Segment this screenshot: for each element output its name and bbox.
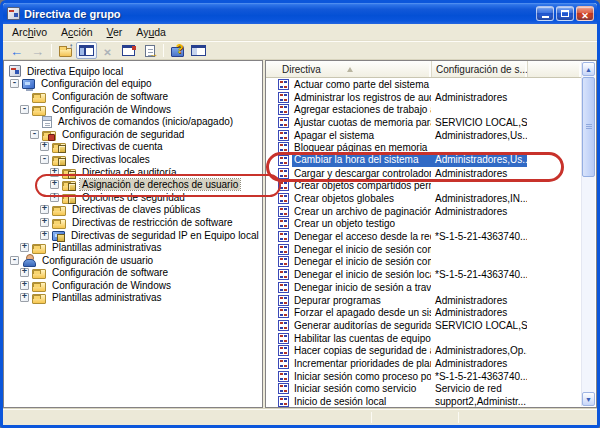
list-row-denegar-el-acceso-desde-la-red-a[interactable]: Denegar el acceso desde la red a ... *S-…	[267, 230, 581, 243]
tree-item-archivos-de-comandos-inicio-apagado[interactable]: Archivos de comandos (inicio/apagado)	[4, 115, 262, 128]
minimize-button[interactable]	[536, 6, 554, 21]
tree-item-directivas-de-claves-p-blicas[interactable]: + Directivas de claves públicas	[4, 204, 262, 217]
list-row-depurar-programas[interactable]: Depurar programas Administradores	[267, 294, 581, 307]
tree-expand-toggle[interactable]: +	[50, 180, 59, 189]
tree-expand-toggle[interactable]: -	[20, 105, 29, 114]
tree-item-label: Directivas de cuenta	[70, 141, 165, 152]
column-header-configuracion[interactable]: Configuración de s...	[432, 61, 528, 77]
tree-expand-toggle[interactable]: +	[40, 218, 49, 227]
policy-icon	[278, 371, 289, 382]
tree-item-configuraci-n-de-software[interactable]: Configuración de software	[4, 90, 262, 103]
tree-expand-toggle[interactable]: +	[40, 205, 49, 214]
show-hide-console-tree-button[interactable]	[76, 42, 97, 59]
column-header-directiva[interactable]: Directiva	[266, 61, 432, 77]
policy-name: Denegar el inicio de sesión como t...	[292, 256, 431, 267]
list-row-crear-un-objeto-testigo[interactable]: Crear un objeto testigo	[267, 218, 581, 231]
back-button[interactable]	[6, 42, 27, 59]
policy-icon	[278, 104, 289, 115]
list-row-crear-objetos-compartidos-perma[interactable]: Crear objetos compartidos perma...	[267, 180, 581, 193]
close-button[interactable]	[576, 6, 594, 21]
scroll-up-button[interactable]: ▲	[582, 62, 595, 76]
list-row-denegar-inicio-de-sesi-n-a-trav-s[interactable]: Denegar inicio de sesión a través ...	[267, 281, 581, 294]
folder-icon	[32, 93, 46, 103]
policy-name: Agregar estaciones de trabajo al ...	[292, 104, 431, 115]
tree-expand-toggle[interactable]: +	[50, 168, 59, 177]
list-row-agregar-estaciones-de-trabajo-al[interactable]: Agregar estaciones de trabajo al ...	[267, 103, 581, 116]
menu-item-accin[interactable]: Acción	[54, 25, 100, 39]
policy-list-pane[interactable]: Directiva Configuración de s... Actuar c…	[265, 60, 597, 408]
list-row-ajustar-cuotas-de-memoria-para-u[interactable]: Ajustar cuotas de memoria para u... SERV…	[267, 116, 581, 129]
list-row-cargar-y-descargar-controladores[interactable]: Cargar y descargar controladores... Admi…	[267, 167, 581, 180]
tree-item-plantillas-administrativas[interactable]: + Plantillas administrativas	[4, 241, 262, 254]
up-one-level-button[interactable]	[55, 42, 76, 59]
tree-expand-toggle[interactable]: +	[20, 243, 29, 252]
policy-setting: Administradores	[431, 295, 527, 306]
policy-name: Denegar el acceso desde la red a ...	[292, 231, 431, 242]
tree-item-directivas-de-seguridad-ip-en-equipo-local[interactable]: + Directivas de seguridad IP en Equipo l…	[4, 229, 262, 242]
maximize-button[interactable]	[556, 6, 574, 21]
menu-item-ver[interactable]: Ver	[100, 25, 130, 39]
list-row-habilitar-las-cuentas-de-equipo-y-d[interactable]: Habilitar las cuentas de equipo y d...	[267, 332, 581, 345]
list-row-generar-auditor-as-de-seguridad[interactable]: Generar auditorías de seguridad SERVICIO…	[267, 319, 581, 332]
tree-item-label: Configuración de software	[50, 267, 170, 278]
tree-item-directivas-locales[interactable]: - Directivas locales	[4, 153, 262, 166]
context-help-button[interactable]	[188, 42, 209, 59]
tree-item-directiva-equipo-local[interactable]: Directiva Equipo local	[4, 65, 262, 78]
list-row-incrementar-prioridades-de-planifi[interactable]: Incrementar prioridades de planifi... Ad…	[267, 357, 581, 370]
list-row-hacer-copias-de-seguridad-de-arc[interactable]: Hacer copias de seguridad de arc... Admi…	[267, 344, 581, 357]
list-row-forzar-el-apagado-desde-un-siste[interactable]: Forzar el apagado desde un siste... Admi…	[267, 306, 581, 319]
list-row-denegar-el-inicio-de-sesi-n-localme[interactable]: Denegar el inicio de sesión localme... *…	[267, 268, 581, 281]
policy-setting: *S-1-5-21-4363740...	[431, 231, 527, 242]
tree-expand-toggle[interactable]: -	[10, 79, 19, 88]
tree-item-plantillas-administrativas[interactable]: + Plantillas administrativas	[4, 292, 262, 305]
list-row-crear-objetos-globales[interactable]: Crear objetos globales Administradores,I…	[267, 192, 581, 205]
menu-item-archivo[interactable]: Archivo	[5, 25, 54, 39]
titlebar[interactable]: Directiva de grupo	[3, 3, 597, 24]
list-row-crear-un-archivo-de-paginaci-n[interactable]: Crear un archivo de paginación Administr…	[267, 205, 581, 218]
list-row-inicio-de-sesi-n-local[interactable]: Inicio de sesión local support2,Administ…	[267, 395, 581, 407]
tree-item-label: Directiva de auditoría	[80, 167, 179, 178]
tree-item-configuraci-n-del-equipo[interactable]: - Configuración del equipo	[4, 78, 262, 91]
tree-item-configuraci-n-de-windows[interactable]: + Configuración de Windows	[4, 279, 262, 292]
tree-item-configuraci-n-de-software[interactable]: + Configuración de software	[4, 267, 262, 280]
tree-expand-toggle[interactable]: +	[40, 231, 49, 240]
tree-expand-toggle[interactable]: +	[40, 142, 49, 151]
tree-expand-toggle[interactable]: -	[30, 130, 39, 139]
tree-item-label: Plantillas administrativas	[50, 242, 164, 253]
policy-setting: SERVICIO LOCAL,S...	[431, 320, 527, 331]
properties-button[interactable]	[118, 42, 139, 59]
policy-icon	[278, 282, 289, 293]
list-row-bloquear-p-ginas-en-memoria[interactable]: Bloquear páginas en memoria	[267, 141, 581, 154]
tree-expand-toggle[interactable]: +	[20, 281, 29, 290]
list-row-administrar-los-registros-de-audito[interactable]: Administrar los registros de audito... A…	[267, 91, 581, 104]
tree-item-directiva-de-auditor-a[interactable]: + Directiva de auditoría	[4, 166, 262, 179]
list-row-iniciar-sesi-n-como-proceso-por-lotes[interactable]: Iniciar sesión como proceso por lotes *S…	[267, 370, 581, 383]
tree-item-asignaci-n-de-derechos-de-usuario[interactable]: + Asignación de derechos de usuario	[4, 178, 262, 191]
console-tree-pane[interactable]: Directiva Equipo local - Configuración d…	[3, 60, 263, 408]
tree-item-configuraci-n-de-usuario[interactable]: - Configuración de usuario	[4, 254, 262, 267]
tree-item-configuraci-n-de-seguridad[interactable]: - Configuración de seguridad	[4, 128, 262, 141]
tree-item-configuraci-n-de-windows[interactable]: - Configuración de Windows	[4, 103, 262, 116]
scroll-down-button[interactable]: ▼	[582, 392, 595, 406]
list-row-denegar-el-inicio-de-sesi-n-como-s[interactable]: Denegar el inicio de sesión como s...	[267, 243, 581, 256]
tree-expand-toggle[interactable]: +	[20, 293, 29, 302]
tree-expand-toggle[interactable]: -	[40, 155, 49, 164]
list-row-iniciar-sesi-n-como-servicio[interactable]: Iniciar sesión como servicio Servicio de…	[267, 383, 581, 396]
list-row-denegar-el-inicio-de-sesi-n-como-t[interactable]: Denegar el inicio de sesión como t...	[267, 256, 581, 269]
export-list-button[interactable]	[139, 42, 160, 59]
list-row-cambiar-la-hora-del-sistema[interactable]: Cambiar la hora del sistema Administrado…	[267, 154, 581, 167]
computer-icon	[22, 79, 35, 89]
tree-expand-toggle[interactable]: +	[20, 268, 29, 277]
list-row-apagar-el-sistema[interactable]: Apagar el sistema Administradores,Us...	[267, 129, 581, 142]
menu-item-ayuda[interactable]: Ayuda	[129, 25, 173, 39]
tree-expand-toggle[interactable]: +	[50, 193, 59, 202]
tree-expand-toggle[interactable]: -	[10, 256, 19, 265]
help-button[interactable]	[167, 42, 188, 59]
scrollbar-thumb[interactable]	[582, 77, 595, 177]
tree-item-opciones-de-seguridad[interactable]: + Opciones de seguridad	[4, 191, 262, 204]
vertical-scrollbar[interactable]: ▲ ▼	[581, 62, 595, 406]
toolbar-separator	[51, 44, 52, 57]
list-row-actuar-como-parte-del-sistema-op[interactable]: Actuar como parte del sistema op...	[267, 78, 581, 91]
tree-item-directivas-de-cuenta[interactable]: + Directivas de cuenta	[4, 141, 262, 154]
tree-item-directivas-de-restricci-n-de-software[interactable]: + Directivas de restricción de software	[4, 216, 262, 229]
